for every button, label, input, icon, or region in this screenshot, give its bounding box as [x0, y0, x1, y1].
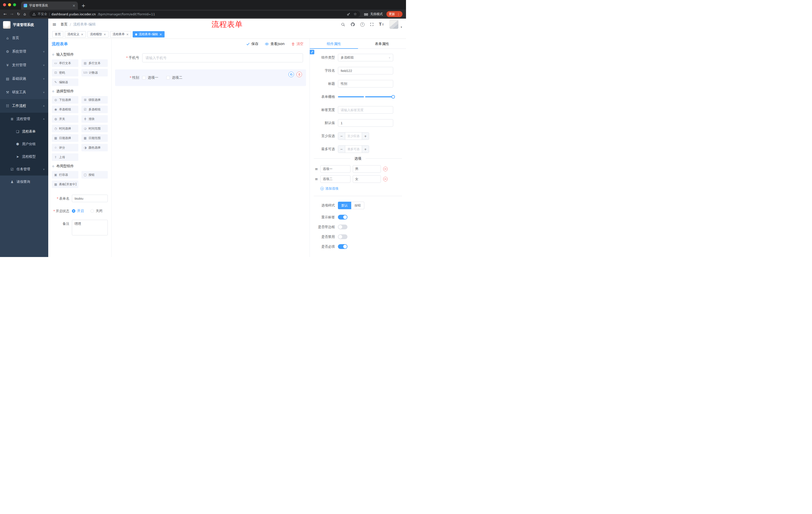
sidebar-item-leave-query[interactable]: ♟ 请假查询: [0, 175, 48, 188]
tag-process-form-edit[interactable]: 流程表单-编辑 ×: [133, 31, 164, 37]
gender-option-1-checkbox[interactable]: 选项一: [142, 76, 158, 80]
stepper-minus-button[interactable]: −: [338, 145, 345, 153]
browser-menu-icon[interactable]: ⋮: [397, 12, 400, 16]
palette-item-multi-line-text[interactable]: ▤多行文本: [81, 59, 108, 67]
stepper-plus-button[interactable]: +: [362, 145, 369, 153]
font-size-icon[interactable]: T↕: [379, 22, 384, 27]
title-input[interactable]: [338, 80, 393, 87]
remove-option-button[interactable]: [383, 167, 388, 171]
palette-item-editor[interactable]: ✎编辑器: [52, 78, 78, 86]
window-zoom-button[interactable]: [13, 3, 16, 6]
sidebar-item-system-management[interactable]: ⚙ 系统管理 ∨: [0, 45, 48, 58]
option-value-input[interactable]: [353, 165, 381, 173]
github-icon[interactable]: [350, 22, 355, 27]
palette-item-checkbox-group[interactable]: ☑多选框组: [81, 106, 108, 113]
field-name-input[interactable]: [338, 67, 393, 75]
tag-process-form[interactable]: 流程表单 ×: [110, 31, 131, 37]
user-avatar[interactable]: [389, 20, 399, 29]
default-value-input[interactable]: [338, 119, 393, 127]
stepper-plus-button[interactable]: +: [362, 133, 369, 140]
status-off-radio[interactable]: 关闭: [90, 209, 103, 213]
palette-item-slider[interactable]: ╪滑块: [81, 115, 108, 123]
sidebar-collapse-icon[interactable]: ≡: [52, 21, 57, 27]
password-key-icon[interactable]: [347, 12, 350, 16]
form-name-input[interactable]: [72, 195, 108, 202]
tag-process-model[interactable]: 流程模型 ×: [87, 31, 109, 37]
style-button-button[interactable]: 按钮: [351, 202, 364, 209]
sidebar-item-process-model[interactable]: ➤ 流程模型: [0, 151, 48, 163]
clear-button[interactable]: 清空: [291, 42, 303, 46]
palette-item-date-picker[interactable]: ▦日期选择: [52, 134, 78, 142]
address-bar[interactable]: 不安全 dashboard.yudao.iocoder.cn/bpm/manag…: [29, 11, 360, 17]
tag-close-icon[interactable]: ×: [160, 33, 162, 36]
sidebar-item-home[interactable]: ⌂ 首页: [0, 31, 48, 45]
sidebar-item-process-form[interactable]: ❏ 流程表单: [0, 125, 48, 138]
sidebar-item-payment-management[interactable]: ¥ 支付管理 ∨: [0, 58, 48, 72]
help-icon[interactable]: ?: [360, 22, 365, 27]
style-default-button[interactable]: 默认: [338, 202, 351, 209]
palette-item-time-picker[interactable]: ◷时间选择: [52, 125, 78, 132]
breadcrumb-home[interactable]: 首页: [61, 22, 67, 27]
option-drag-icon[interactable]: ≡: [315, 177, 318, 181]
palette-item-time-range[interactable]: ◶时间范围: [81, 125, 108, 132]
window-close-button[interactable]: [3, 3, 6, 6]
palette-item-password[interactable]: ⊡密码: [52, 69, 78, 77]
border-toggle[interactable]: [338, 224, 347, 229]
forward-icon[interactable]: →: [10, 12, 13, 16]
component-type-select[interactable]: 多选框组 ∨: [338, 54, 393, 61]
label-width-input[interactable]: [338, 106, 393, 114]
sidebar-item-task-management[interactable]: ☑ 任务管理 ∨: [0, 163, 48, 175]
palette-item-upload[interactable]: ⇧上传: [52, 154, 78, 161]
palette-item-radio-group[interactable]: ◉单选框组: [52, 106, 78, 113]
tag-home[interactable]: 首页: [52, 31, 63, 37]
reload-icon[interactable]: ↻: [17, 12, 20, 16]
tag-close-icon[interactable]: ×: [104, 33, 106, 36]
gender-option-2-checkbox[interactable]: 选项二: [166, 76, 182, 80]
palette-item-single-line-text[interactable]: ▭单行文本: [52, 59, 78, 67]
phone-input[interactable]: [142, 53, 303, 62]
palette-item-dropdown[interactable]: ◎下拉选择: [52, 96, 78, 104]
option-drag-icon[interactable]: ≡: [315, 167, 318, 171]
search-icon[interactable]: [341, 22, 345, 27]
tag-close-icon[interactable]: ×: [126, 33, 128, 36]
tag-process-definition[interactable]: 流程定义 ×: [65, 31, 86, 37]
palette-item-color-picker[interactable]: ◑颜色选择: [81, 144, 108, 152]
required-toggle[interactable]: [338, 244, 347, 249]
palette-item-button[interactable]: ▢按钮: [81, 171, 108, 179]
palette-item-row-container[interactable]: ▣行容器: [52, 171, 78, 179]
slider-handle[interactable]: [392, 95, 395, 99]
save-button[interactable]: 保存: [246, 42, 258, 46]
sidebar-item-workflow[interactable]: ☷ 工作流程 ∧: [0, 99, 48, 113]
max-select-value[interactable]: 最多可选: [345, 145, 362, 153]
browser-tab[interactable]: 芋道管理系统 ×: [21, 1, 78, 9]
palette-item-table[interactable]: ▦表格[开发中]: [52, 181, 78, 188]
gender-field-block-selected[interactable]: *性别 选项一 选项二: [115, 70, 306, 86]
fullscreen-icon[interactable]: [370, 22, 374, 26]
stepper-minus-button[interactable]: −: [338, 133, 345, 140]
palette-item-date-range[interactable]: ▩日期范围: [81, 134, 108, 142]
link-affix-button[interactable]: [310, 50, 314, 54]
form-grid-slider[interactable]: [338, 96, 393, 97]
tag-close-icon[interactable]: ×: [81, 33, 83, 36]
show-label-toggle[interactable]: [338, 215, 347, 219]
copy-component-button[interactable]: [288, 72, 294, 77]
palette-item-rate[interactable]: ☆评分: [52, 144, 78, 152]
back-icon[interactable]: ←: [3, 12, 7, 16]
tab-close-icon[interactable]: ×: [72, 3, 76, 7]
window-minimize-button[interactable]: [8, 3, 11, 6]
palette-item-counter[interactable]: 123计数器: [81, 69, 108, 77]
phone-field-row[interactable]: *手机号: [115, 51, 306, 65]
sidebar-item-user-group[interactable]: ⚉ 用户分组: [0, 138, 48, 151]
option-name-input[interactable]: [320, 175, 350, 183]
tab-component-properties[interactable]: 组件属性: [310, 39, 358, 49]
sidebar-item-dev-tools[interactable]: ⚒ 研发工具 ∨: [0, 85, 48, 99]
add-option-button[interactable]: + 添加选项: [320, 186, 402, 191]
option-value-input[interactable]: [353, 175, 381, 183]
bookmark-star-icon[interactable]: ☆: [353, 12, 357, 16]
new-tab-button[interactable]: +: [81, 3, 85, 8]
min-select-value[interactable]: 至少应选: [345, 133, 362, 140]
sidebar-item-process-management[interactable]: ≣ 流程管理 ∧: [0, 113, 48, 125]
option-name-input[interactable]: [320, 165, 350, 173]
view-json-button[interactable]: 查看json: [265, 42, 285, 46]
status-on-radio[interactable]: 开启: [72, 209, 84, 213]
